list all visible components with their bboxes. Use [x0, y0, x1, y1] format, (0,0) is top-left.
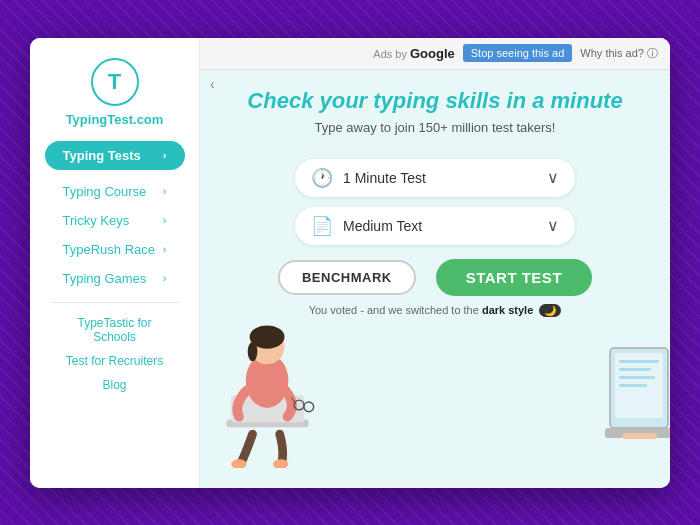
svg-rect-16 — [619, 376, 655, 379]
svg-rect-17 — [619, 384, 647, 387]
app-window: T TypingTest.com Typing Tests › Typing C… — [30, 38, 670, 488]
sidebar-item-typing-games[interactable]: Typing Games › — [45, 265, 185, 292]
document-icon: 📄 — [311, 215, 333, 237]
svg-rect-14 — [619, 360, 659, 363]
ad-label: Ads by Google — [373, 46, 454, 61]
text-difficulty-dropdown[interactable]: 📄 Medium Text ∨ — [295, 207, 575, 245]
stop-ad-button[interactable]: Stop seeing this ad — [463, 44, 573, 62]
svg-point-7 — [304, 402, 314, 412]
dark-badge: 🌙 — [539, 304, 561, 317]
svg-rect-15 — [619, 368, 651, 371]
sidebar-item-recruiters[interactable]: Test for Recruiters — [45, 349, 185, 373]
ad-bar: Ads by Google Stop seeing this ad Why th… — [200, 38, 670, 70]
clock-icon: 🕐 — [311, 167, 333, 189]
test-duration-dropdown[interactable]: 🕐 1 Minute Test ∨ — [295, 159, 575, 197]
illustration-laptop — [600, 328, 670, 468]
svg-point-5 — [248, 341, 258, 360]
logo-icon: T — [91, 58, 139, 106]
divider — [50, 302, 180, 303]
sidebar-item-typetastic[interactable]: TypeTastic for Schools — [45, 311, 185, 349]
chevron-icon: › — [163, 272, 167, 284]
sidebar-item-typing-course[interactable]: Typing Course › — [45, 178, 185, 205]
start-test-button[interactable]: START TEST — [436, 259, 592, 296]
test-duration-label: 1 Minute Test — [343, 170, 426, 186]
chevron-icon: › — [163, 214, 167, 226]
hero-section: Check your typing skills in a minute Typ… — [200, 70, 670, 159]
logo-text: TypingTest.com — [66, 112, 164, 127]
text-difficulty-label: Medium Text — [343, 218, 422, 234]
benchmark-button[interactable]: BENCHMARK — [278, 260, 416, 295]
sidebar-item-typing-tests[interactable]: Typing Tests › — [45, 141, 185, 170]
sidebar-item-typerush-race[interactable]: TypeRush Race › — [45, 236, 185, 263]
illustration-person — [210, 308, 330, 468]
sidebar: T TypingTest.com Typing Tests › Typing C… — [30, 38, 200, 488]
main-content: Ads by Google Stop seeing this ad Why th… — [200, 38, 670, 488]
action-row: BENCHMARK START TEST — [200, 259, 670, 296]
hero-title: Check your typing skills in a minute — [224, 88, 646, 114]
svg-rect-19 — [622, 433, 657, 439]
why-ad-link[interactable]: Why this ad? ⓘ — [580, 46, 658, 61]
chevron-icon: › — [163, 243, 167, 255]
sidebar-item-tricky-keys[interactable]: Tricky Keys › — [45, 207, 185, 234]
chevron-down-icon: ∨ — [547, 168, 559, 187]
chevron-down-icon-2: ∨ — [547, 216, 559, 235]
hero-subtitle: Type away to join 150+ million test take… — [224, 120, 646, 135]
chevron-icon: › — [163, 185, 167, 197]
sidebar-item-blog[interactable]: Blog — [45, 373, 185, 397]
controls-area: 🕐 1 Minute Test ∨ 📄 Medium Text ∨ — [200, 159, 670, 245]
chevron-icon: › — [163, 149, 167, 161]
